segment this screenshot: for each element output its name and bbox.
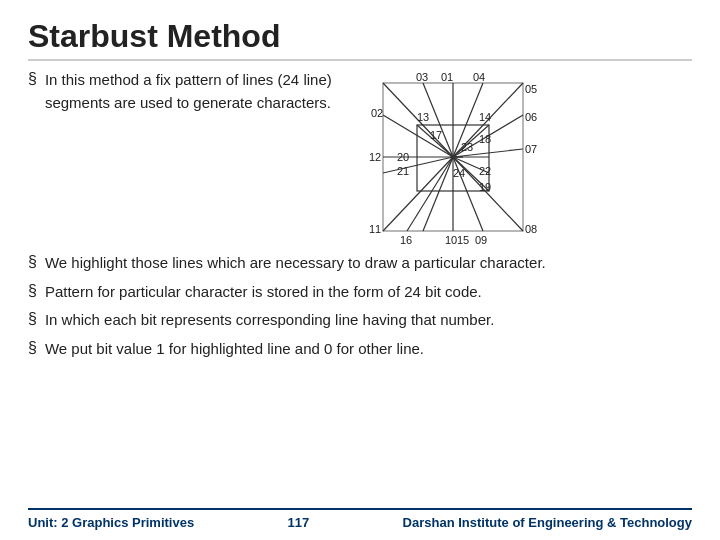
bullet-symbol-4: § bbox=[28, 310, 37, 328]
page-title: Starbust Method bbox=[28, 18, 692, 61]
svg-point-24 bbox=[450, 155, 455, 160]
footer: Unit: 2 Graphics Primitives 117 Darshan … bbox=[28, 508, 692, 530]
svg-text:09: 09 bbox=[475, 234, 487, 246]
svg-text:08: 08 bbox=[525, 223, 537, 235]
bullet-3-text: Pattern for particular character is stor… bbox=[45, 281, 482, 304]
bullet-2-text: We highlight those lines which are neces… bbox=[45, 252, 546, 275]
svg-text:01: 01 bbox=[441, 71, 453, 83]
svg-text:04: 04 bbox=[473, 71, 485, 83]
bullet-5-text: We put bit value 1 for highlighted line … bbox=[45, 338, 424, 361]
svg-text:13: 13 bbox=[417, 111, 429, 123]
svg-text:15: 15 bbox=[457, 234, 469, 246]
bullet-2-row: § We highlight those lines which are nec… bbox=[28, 252, 692, 275]
bullet-1-text: In this method a fix pattern of lines (2… bbox=[45, 69, 335, 114]
svg-text:03: 03 bbox=[416, 71, 428, 83]
svg-text:21: 21 bbox=[397, 165, 409, 177]
svg-text:10: 10 bbox=[445, 234, 457, 246]
bullet-4-text: In which each bit represents correspondi… bbox=[45, 309, 494, 332]
svg-text:23: 23 bbox=[461, 141, 473, 153]
bullet-4-row: § In which each bit represents correspon… bbox=[28, 309, 692, 332]
svg-text:14: 14 bbox=[479, 111, 491, 123]
bullet-symbol-2: § bbox=[28, 253, 37, 271]
svg-text:18: 18 bbox=[479, 133, 491, 145]
svg-text:22: 22 bbox=[479, 165, 491, 177]
svg-text:12: 12 bbox=[369, 151, 381, 163]
svg-line-14 bbox=[407, 157, 453, 231]
starburst-diagram: 02 03 04 05 06 07 08 09 bbox=[345, 71, 555, 246]
svg-text:17: 17 bbox=[430, 129, 442, 141]
bullet-1-content: In this method a fix pattern of lines (2… bbox=[45, 69, 555, 246]
bullet-symbol-3: § bbox=[28, 282, 37, 300]
svg-text:02: 02 bbox=[371, 107, 383, 119]
svg-text:05: 05 bbox=[525, 83, 537, 95]
svg-text:19: 19 bbox=[479, 181, 491, 193]
footer-right: Darshan Institute of Engineering & Techn… bbox=[403, 515, 692, 530]
content-area: § In this method a fix pattern of lines … bbox=[28, 69, 692, 502]
bullet-symbol-1: § bbox=[28, 70, 37, 88]
svg-text:16: 16 bbox=[400, 234, 412, 246]
footer-center: 117 bbox=[288, 515, 310, 530]
svg-text:11: 11 bbox=[369, 223, 381, 235]
page: Starbust Method § In this method a fix p… bbox=[0, 0, 720, 540]
bullet-3-row: § Pattern for particular character is st… bbox=[28, 281, 692, 304]
svg-text:24: 24 bbox=[453, 167, 465, 179]
svg-text:07: 07 bbox=[525, 143, 537, 155]
bullet-5-row: § We put bit value 1 for highlighted lin… bbox=[28, 338, 692, 361]
bullet-1-row: § In this method a fix pattern of lines … bbox=[28, 69, 692, 246]
svg-text:20: 20 bbox=[397, 151, 409, 163]
svg-line-11 bbox=[383, 157, 453, 231]
svg-line-16 bbox=[383, 157, 453, 173]
footer-left: Unit: 2 Graphics Primitives bbox=[28, 515, 194, 530]
bullet-symbol-5: § bbox=[28, 339, 37, 357]
svg-line-12 bbox=[423, 157, 453, 231]
svg-text:06: 06 bbox=[525, 111, 537, 123]
